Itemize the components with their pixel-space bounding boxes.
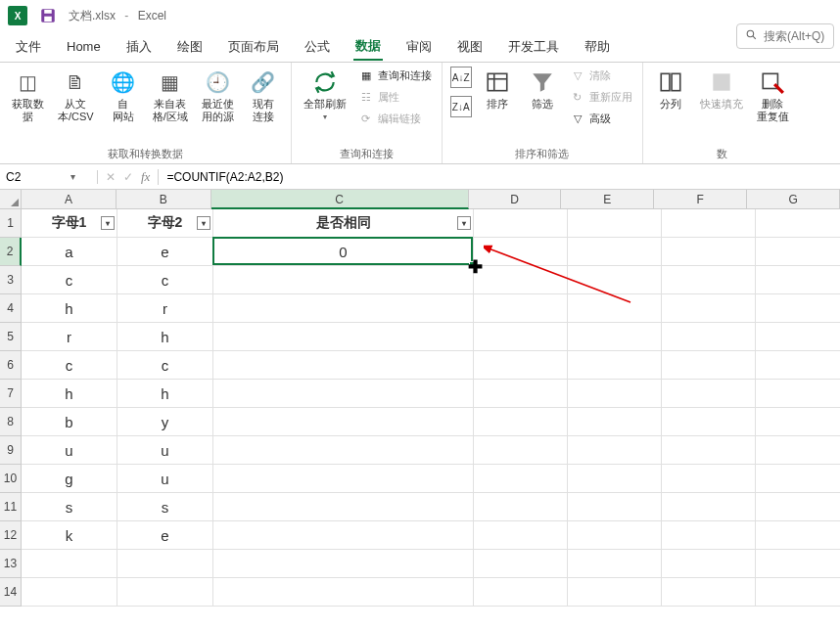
- tab-文件[interactable]: 文件: [14, 34, 43, 60]
- refresh-all-button[interactable]: 全部刷新 ▾: [300, 67, 350, 123]
- cell-E10[interactable]: [568, 465, 662, 493]
- cell-D6[interactable]: [474, 351, 568, 380]
- cell-A13[interactable]: [22, 550, 117, 578]
- cell-F4[interactable]: [662, 294, 756, 323]
- cell-F14[interactable]: [662, 578, 756, 607]
- filter-dropdown-icon[interactable]: ▾: [101, 216, 115, 230]
- cell-G4[interactable]: [756, 294, 840, 323]
- cell-G2[interactable]: [756, 238, 840, 266]
- cell-F1[interactable]: [662, 209, 756, 238]
- fx-icon[interactable]: fx: [141, 169, 150, 185]
- cell-B9[interactable]: u: [117, 436, 213, 465]
- cell-A2[interactable]: a: [22, 238, 117, 266]
- cell-F3[interactable]: [662, 266, 756, 294]
- cell-B4[interactable]: r: [117, 294, 213, 323]
- formula-input[interactable]: [166, 170, 832, 184]
- save-icon[interactable]: [39, 7, 57, 24]
- cell-C8[interactable]: [213, 408, 474, 436]
- cell-A9[interactable]: u: [22, 436, 117, 465]
- cell-B6[interactable]: c: [117, 351, 213, 380]
- cell-F13[interactable]: [662, 550, 756, 578]
- tab-插入[interactable]: 插入: [124, 34, 154, 60]
- tab-帮助[interactable]: 帮助: [583, 34, 612, 60]
- cell-G5[interactable]: [756, 323, 840, 351]
- cell-E7[interactable]: [568, 380, 662, 408]
- cell-G3[interactable]: [756, 266, 840, 294]
- cell-G11[interactable]: [756, 493, 840, 521]
- filter-dropdown-icon[interactable]: ▾: [197, 216, 210, 230]
- cell-C5[interactable]: [213, 323, 474, 351]
- get-data-btn-4[interactable]: 🕘最近使 用的源: [198, 67, 238, 125]
- row-header-6[interactable]: 6: [0, 351, 22, 380]
- cell-G1[interactable]: [756, 209, 840, 238]
- cell-C13[interactable]: [213, 550, 474, 578]
- cell-E8[interactable]: [568, 408, 662, 436]
- row-header-8[interactable]: 8: [0, 408, 22, 436]
- cell-C6[interactable]: [213, 351, 474, 380]
- cell-D8[interactable]: [474, 408, 568, 436]
- text-to-columns-button[interactable]: 分列: [651, 67, 690, 112]
- cell-D3[interactable]: [474, 266, 568, 294]
- cell-C11[interactable]: [213, 493, 474, 521]
- cell-A3[interactable]: c: [22, 266, 117, 294]
- cell-F9[interactable]: [662, 436, 756, 465]
- cell-B8[interactable]: y: [117, 408, 213, 436]
- cell-A4[interactable]: h: [22, 294, 117, 323]
- tab-视图[interactable]: 视图: [455, 34, 485, 60]
- cell-F6[interactable]: [662, 351, 756, 380]
- cell-B14[interactable]: [117, 578, 213, 607]
- cell-D5[interactable]: [474, 323, 568, 351]
- cell-D7[interactable]: [474, 380, 568, 408]
- cell-A10[interactable]: g: [22, 465, 117, 493]
- spreadsheet-grid[interactable]: ABCDEFG 1234567891011121314 字母1▾字母2▾是否相同…: [0, 190, 840, 209]
- cell-D10[interactable]: [474, 465, 568, 493]
- name-box-input[interactable]: [6, 170, 65, 184]
- cell-E13[interactable]: [568, 550, 662, 578]
- cell-F7[interactable]: [662, 380, 756, 408]
- cell-E12[interactable]: [568, 521, 662, 550]
- cell-A14[interactable]: [22, 578, 117, 607]
- cell-F2[interactable]: [662, 238, 756, 266]
- cell-B12[interactable]: e: [117, 521, 213, 550]
- cell-A6[interactable]: c: [22, 351, 117, 380]
- cell-C7[interactable]: [213, 380, 474, 408]
- cancel-icon[interactable]: ✕: [106, 170, 116, 184]
- col-header-B[interactable]: B: [117, 190, 211, 209]
- col-header-D[interactable]: D: [469, 190, 562, 209]
- cell-E14[interactable]: [568, 578, 662, 607]
- sort-desc-icon[interactable]: Z↓A: [450, 96, 472, 117]
- cell-A5[interactable]: r: [22, 323, 117, 351]
- cell-E5[interactable]: [568, 323, 662, 351]
- cell-D11[interactable]: [474, 493, 568, 521]
- tab-开发工具[interactable]: 开发工具: [506, 34, 561, 60]
- cell-B10[interactable]: u: [117, 465, 213, 493]
- col-header-C[interactable]: C: [211, 190, 469, 209]
- row-header-14[interactable]: 14: [0, 578, 22, 607]
- tab-Home[interactable]: Home: [65, 35, 103, 58]
- row-header-13[interactable]: 13: [0, 550, 22, 578]
- get-data-btn-3[interactable]: ▦来自表 格/区域: [149, 67, 192, 125]
- cell-F11[interactable]: [662, 493, 756, 521]
- cell-G9[interactable]: [756, 436, 840, 465]
- cell-D13[interactable]: [474, 550, 568, 578]
- cell-C4[interactable]: [213, 294, 474, 323]
- col-header-F[interactable]: F: [654, 190, 747, 209]
- cell-E2[interactable]: [568, 238, 662, 266]
- cell-B5[interactable]: h: [117, 323, 213, 351]
- col-header-A[interactable]: A: [22, 190, 117, 209]
- get-data-btn-1[interactable]: 🗎从文 本/CSV: [54, 67, 98, 125]
- cell-B2[interactable]: e: [117, 238, 213, 266]
- row-header-3[interactable]: 3: [0, 266, 22, 294]
- cell-C9[interactable]: [213, 436, 474, 465]
- row-header-9[interactable]: 9: [0, 436, 22, 465]
- cell-E1[interactable]: [568, 209, 662, 238]
- row-header-2[interactable]: 2: [0, 238, 22, 266]
- sort-asc-icon[interactable]: A↓Z: [450, 67, 472, 88]
- cell-C3[interactable]: [213, 266, 474, 294]
- col-header-E[interactable]: E: [561, 190, 654, 209]
- select-all-corner[interactable]: [0, 190, 22, 209]
- row-header-11[interactable]: 11: [0, 493, 22, 521]
- cell-C2[interactable]: 0: [213, 238, 474, 266]
- cell-D1[interactable]: [474, 209, 568, 238]
- cell-D12[interactable]: [474, 521, 568, 550]
